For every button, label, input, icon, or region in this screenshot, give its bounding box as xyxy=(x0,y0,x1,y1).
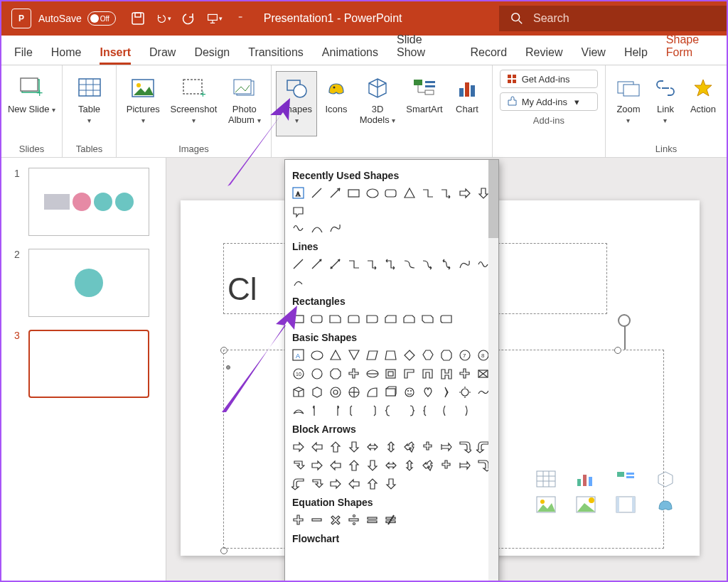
shape-scribble[interactable] xyxy=(291,220,306,235)
shape-line-5[interactable] xyxy=(365,257,380,271)
search-box[interactable] xyxy=(499,6,727,31)
shape-basic-12[interactable] xyxy=(309,366,324,381)
shapes-scrollbar[interactable] xyxy=(488,160,498,582)
pictures-button[interactable]: Pictures▾ xyxy=(121,71,165,136)
shape-arrow-13[interactable] xyxy=(328,458,343,473)
shape-arrow-7[interactable] xyxy=(420,439,435,454)
shape-multiply[interactable] xyxy=(328,512,343,527)
shape-basic-25[interactable] xyxy=(346,384,361,399)
icon-ph-icon[interactable] xyxy=(655,496,675,513)
smartart-ph-icon[interactable] xyxy=(616,470,636,487)
shape-basic-23[interactable] xyxy=(309,384,324,399)
shape-basic-26[interactable] xyxy=(365,384,380,399)
table-button[interactable]: Table▾ xyxy=(67,71,112,136)
shape-rect-7[interactable] xyxy=(402,311,417,326)
shape-arrow-8[interactable] xyxy=(439,439,454,454)
shape-basic-29[interactable] xyxy=(420,384,435,399)
shape-basic-2[interactable] xyxy=(328,347,343,362)
tab-animations[interactable]: Animations xyxy=(322,46,378,65)
shape-freeform[interactable] xyxy=(328,220,343,235)
picture-ph-icon[interactable] xyxy=(536,496,556,513)
shape-basic-27[interactable] xyxy=(383,384,398,399)
shape-arrow-3[interactable] xyxy=(346,439,361,454)
shape-arrow-18[interactable] xyxy=(420,458,435,473)
shape-basic-1[interactable] xyxy=(309,347,324,362)
search-input[interactable] xyxy=(533,12,675,25)
autosave-toggle[interactable]: AutoSave Off xyxy=(38,11,116,26)
tab-help[interactable]: Help xyxy=(624,46,648,65)
shape-arrow-6[interactable] xyxy=(402,439,417,454)
shape-arrow-9[interactable] xyxy=(457,439,472,454)
shape-basic-17[interactable] xyxy=(402,366,417,381)
chart-ph-icon[interactable] xyxy=(576,470,596,487)
icons-button[interactable]: Icons xyxy=(318,71,354,136)
shape-basic-36[interactable] xyxy=(346,403,361,418)
shape-basic-18[interactable] xyxy=(420,366,435,381)
shape-basic-3[interactable] xyxy=(346,347,361,362)
shape-rect-2[interactable] xyxy=(309,311,324,326)
tab-home[interactable]: Home xyxy=(51,46,82,65)
autosave-switch[interactable]: Off xyxy=(87,11,116,26)
shape-elbow-arrow[interactable] xyxy=(439,185,454,200)
video-ph-icon[interactable] xyxy=(616,496,636,513)
shape-rect-3[interactable] xyxy=(328,311,343,326)
shape-arrow-11[interactable] xyxy=(291,458,306,473)
shape-basic-8[interactable] xyxy=(439,347,454,362)
online-pic-ph-icon[interactable] xyxy=(576,496,596,513)
zoom-button[interactable]: Zoom▾ xyxy=(610,71,647,136)
my-addins-button[interactable]: My Add-ins ▾ xyxy=(500,92,598,111)
shape-basic-14[interactable] xyxy=(346,366,361,381)
tab-design[interactable]: Design xyxy=(194,46,230,65)
shape-arrow-0[interactable] xyxy=(291,439,306,454)
shape-rect-4[interactable] xyxy=(346,311,361,326)
shape-basic-41[interactable] xyxy=(439,403,454,418)
shape-basic-24[interactable] xyxy=(328,384,343,399)
shape-line-10[interactable] xyxy=(457,257,472,271)
shape-basic-39[interactable] xyxy=(402,403,417,418)
shape-basic-4[interactable] xyxy=(365,347,380,362)
shape-arrow-5[interactable] xyxy=(383,439,398,454)
shape-rectangle[interactable] xyxy=(346,185,361,200)
shape-line-12[interactable] xyxy=(291,275,306,290)
shape-arrow-26[interactable] xyxy=(365,476,380,491)
shape-divide[interactable] xyxy=(346,512,361,527)
shape-basic-13[interactable] xyxy=(328,366,343,381)
shape-oval[interactable] xyxy=(365,185,380,200)
shape-arrow-1[interactable] xyxy=(309,439,324,454)
shape-plus[interactable] xyxy=(291,512,306,527)
shape-basic-35[interactable] xyxy=(328,403,343,418)
shape-arrow-14[interactable] xyxy=(346,458,361,473)
shape-right-arrow[interactable] xyxy=(457,185,472,200)
shape-basic-31[interactable] xyxy=(457,384,472,399)
chart-button[interactable]: Chart xyxy=(449,71,485,136)
shape-arrow-15[interactable] xyxy=(365,458,380,473)
shape-line-7[interactable] xyxy=(402,257,417,271)
shape-arrow-23[interactable] xyxy=(309,476,324,491)
tab-slideshow[interactable]: Slide Show xyxy=(397,33,451,65)
shape-arrow-24[interactable] xyxy=(328,476,343,491)
3d-ph-icon[interactable] xyxy=(655,470,675,487)
shape-line-4[interactable] xyxy=(346,257,361,271)
tab-insert[interactable]: Insert xyxy=(100,46,131,65)
shape-arrow-4[interactable] xyxy=(365,439,380,454)
tab-transitions[interactable]: Transitions xyxy=(248,46,304,65)
save-icon[interactable] xyxy=(130,11,146,26)
slide-thumb-1[interactable] xyxy=(28,168,149,236)
action-button[interactable]: Action xyxy=(684,71,722,136)
rotate-handle[interactable] xyxy=(618,314,631,327)
shape-arrow-12[interactable] xyxy=(309,458,324,473)
shape-rect-6[interactable] xyxy=(383,311,398,326)
shape-basic-40[interactable] xyxy=(420,403,435,418)
tab-shape-format[interactable]: Shape Form xyxy=(666,33,727,65)
shape-basic-7[interactable] xyxy=(420,347,435,362)
shape-arrow-line[interactable] xyxy=(328,185,343,200)
shape-connector[interactable] xyxy=(420,185,435,200)
link-button[interactable]: Link▾ xyxy=(648,71,682,136)
shape-line-2[interactable] xyxy=(309,257,324,271)
shape-basic-37[interactable] xyxy=(365,403,380,418)
tab-review[interactable]: Review xyxy=(525,46,562,65)
tab-file[interactable]: File xyxy=(14,46,33,65)
tab-draw[interactable]: Draw xyxy=(149,46,176,65)
shape-basic-28[interactable] xyxy=(402,384,417,399)
shape-equal[interactable] xyxy=(365,512,380,527)
